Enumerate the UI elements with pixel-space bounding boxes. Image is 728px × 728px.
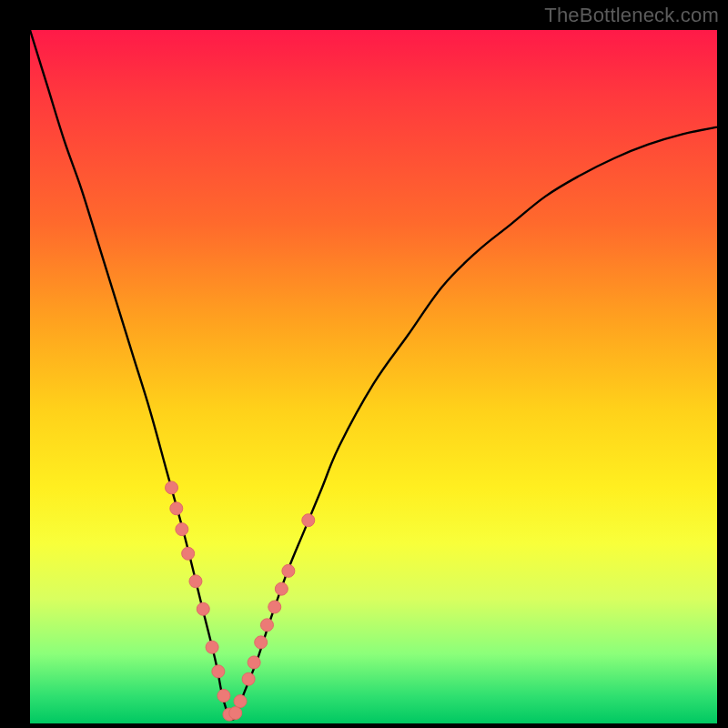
data-point-marker [229, 707, 242, 720]
data-point-marker [260, 619, 273, 632]
data-point-marker [255, 636, 268, 649]
bottleneck-curve [30, 30, 717, 719]
data-point-marker [166, 481, 178, 494]
data-point-marker [206, 641, 218, 653]
data-point-marker [282, 564, 295, 577]
data-point-marker [197, 602, 209, 615]
data-point-marker [212, 665, 225, 678]
bottleneck-curve-svg [30, 30, 717, 723]
data-point-marker [170, 502, 183, 515]
data-point-marker [242, 672, 255, 685]
watermark-text: TheBottleneck.com [544, 4, 719, 27]
data-point-marker [248, 656, 260, 669]
data-point-marker [182, 547, 195, 560]
data-point-marker [302, 514, 315, 527]
data-point-marker [268, 601, 281, 613]
chart-frame: TheBottleneck.com [0, 0, 728, 728]
plot-area [30, 30, 717, 723]
data-point-marker [189, 575, 202, 588]
data-point-marker [217, 690, 230, 703]
data-point-marker [176, 523, 188, 536]
marker-group [166, 481, 315, 721]
data-point-marker [234, 695, 247, 708]
data-point-marker [275, 582, 288, 595]
